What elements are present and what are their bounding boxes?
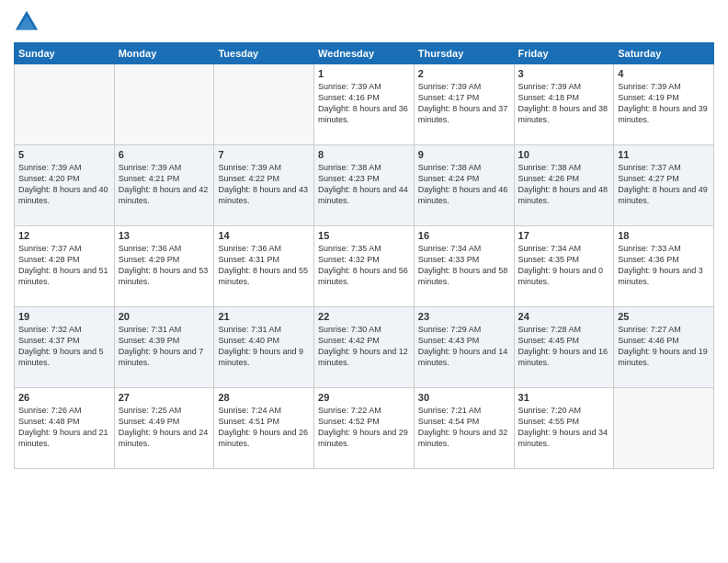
- day-info: Sunrise: 7:38 AM Sunset: 4:26 PM Dayligh…: [518, 162, 610, 207]
- weekday-header-saturday: Saturday: [614, 43, 714, 64]
- day-number: 22: [318, 311, 410, 322]
- day-cell: 3Sunrise: 7:39 AM Sunset: 4:18 PM Daylig…: [514, 64, 614, 145]
- day-cell: 9Sunrise: 7:38 AM Sunset: 4:24 PM Daylig…: [414, 145, 514, 226]
- day-number: 16: [418, 230, 510, 241]
- logo: [14, 9, 41, 35]
- day-info: Sunrise: 7:37 AM Sunset: 4:28 PM Dayligh…: [18, 243, 110, 288]
- day-info: Sunrise: 7:36 AM Sunset: 4:31 PM Dayligh…: [218, 243, 310, 288]
- day-number: 27: [119, 392, 210, 403]
- day-number: 10: [518, 149, 610, 160]
- day-info: Sunrise: 7:36 AM Sunset: 4:29 PM Dayligh…: [119, 243, 210, 288]
- day-number: 29: [318, 392, 410, 403]
- day-info: Sunrise: 7:34 AM Sunset: 4:35 PM Dayligh…: [518, 243, 610, 288]
- day-cell: 18Sunrise: 7:33 AM Sunset: 4:36 PM Dayli…: [614, 226, 714, 307]
- day-cell: 30Sunrise: 7:21 AM Sunset: 4:54 PM Dayli…: [414, 388, 514, 469]
- day-cell: 23Sunrise: 7:29 AM Sunset: 4:43 PM Dayli…: [414, 307, 514, 388]
- day-cell: [614, 388, 714, 469]
- day-info: Sunrise: 7:39 AM Sunset: 4:20 PM Dayligh…: [18, 162, 110, 207]
- week-row-4: 19Sunrise: 7:32 AM Sunset: 4:37 PM Dayli…: [15, 307, 714, 388]
- day-info: Sunrise: 7:31 AM Sunset: 4:40 PM Dayligh…: [218, 324, 310, 369]
- day-number: 11: [618, 149, 710, 160]
- day-cell: [214, 64, 314, 145]
- day-number: 23: [418, 311, 510, 322]
- day-cell: [114, 64, 214, 145]
- day-number: 19: [18, 311, 110, 322]
- day-number: 25: [618, 311, 710, 322]
- logo-icon: [14, 9, 40, 35]
- day-cell: 22Sunrise: 7:30 AM Sunset: 4:42 PM Dayli…: [314, 307, 415, 388]
- day-cell: 29Sunrise: 7:22 AM Sunset: 4:52 PM Dayli…: [314, 388, 415, 469]
- day-number: 12: [18, 230, 110, 241]
- day-cell: 15Sunrise: 7:35 AM Sunset: 4:32 PM Dayli…: [314, 226, 415, 307]
- day-info: Sunrise: 7:22 AM Sunset: 4:52 PM Dayligh…: [318, 405, 410, 450]
- day-info: Sunrise: 7:39 AM Sunset: 4:18 PM Dayligh…: [518, 81, 610, 126]
- day-number: 24: [518, 311, 610, 322]
- week-row-5: 26Sunrise: 7:26 AM Sunset: 4:48 PM Dayli…: [15, 388, 714, 469]
- day-info: Sunrise: 7:39 AM Sunset: 4:17 PM Dayligh…: [418, 81, 510, 126]
- day-number: 28: [218, 392, 310, 403]
- day-info: Sunrise: 7:39 AM Sunset: 4:21 PM Dayligh…: [119, 162, 210, 207]
- day-number: 8: [318, 149, 410, 160]
- day-info: Sunrise: 7:25 AM Sunset: 4:49 PM Dayligh…: [119, 405, 210, 450]
- day-info: Sunrise: 7:31 AM Sunset: 4:39 PM Dayligh…: [119, 324, 210, 369]
- week-row-2: 5Sunrise: 7:39 AM Sunset: 4:20 PM Daylig…: [15, 145, 714, 226]
- day-number: 1: [318, 68, 410, 79]
- day-info: Sunrise: 7:30 AM Sunset: 4:42 PM Dayligh…: [318, 324, 410, 369]
- day-number: 17: [518, 230, 610, 241]
- day-number: 4: [618, 68, 710, 79]
- day-info: Sunrise: 7:20 AM Sunset: 4:55 PM Dayligh…: [518, 405, 610, 450]
- day-info: Sunrise: 7:35 AM Sunset: 4:32 PM Dayligh…: [318, 243, 410, 288]
- day-number: 15: [318, 230, 410, 241]
- week-row-3: 12Sunrise: 7:37 AM Sunset: 4:28 PM Dayli…: [15, 226, 714, 307]
- day-number: 3: [518, 68, 610, 79]
- weekday-header-wednesday: Wednesday: [314, 43, 415, 64]
- day-info: Sunrise: 7:29 AM Sunset: 4:43 PM Dayligh…: [418, 324, 510, 369]
- day-cell: 7Sunrise: 7:39 AM Sunset: 4:22 PM Daylig…: [214, 145, 314, 226]
- day-cell: 25Sunrise: 7:27 AM Sunset: 4:46 PM Dayli…: [614, 307, 714, 388]
- header: [14, 9, 714, 35]
- day-cell: 2Sunrise: 7:39 AM Sunset: 4:17 PM Daylig…: [414, 64, 514, 145]
- day-cell: 26Sunrise: 7:26 AM Sunset: 4:48 PM Dayli…: [15, 388, 115, 469]
- day-info: Sunrise: 7:39 AM Sunset: 4:22 PM Dayligh…: [218, 162, 310, 207]
- day-info: Sunrise: 7:39 AM Sunset: 4:19 PM Dayligh…: [618, 81, 710, 126]
- day-info: Sunrise: 7:27 AM Sunset: 4:46 PM Dayligh…: [618, 324, 710, 369]
- weekday-header-thursday: Thursday: [414, 43, 514, 64]
- weekday-header-monday: Monday: [114, 43, 214, 64]
- day-cell: 10Sunrise: 7:38 AM Sunset: 4:26 PM Dayli…: [514, 145, 614, 226]
- day-info: Sunrise: 7:38 AM Sunset: 4:24 PM Dayligh…: [418, 162, 510, 207]
- day-cell: 17Sunrise: 7:34 AM Sunset: 4:35 PM Dayli…: [514, 226, 614, 307]
- header-row: SundayMondayTuesdayWednesdayThursdayFrid…: [15, 43, 714, 64]
- day-number: 6: [119, 149, 210, 160]
- week-row-1: 1Sunrise: 7:39 AM Sunset: 4:16 PM Daylig…: [15, 64, 714, 145]
- day-cell: [15, 64, 115, 145]
- day-cell: 5Sunrise: 7:39 AM Sunset: 4:20 PM Daylig…: [15, 145, 115, 226]
- day-info: Sunrise: 7:28 AM Sunset: 4:45 PM Dayligh…: [518, 324, 610, 369]
- day-info: Sunrise: 7:32 AM Sunset: 4:37 PM Dayligh…: [18, 324, 110, 369]
- day-number: 9: [418, 149, 510, 160]
- weekday-header-friday: Friday: [514, 43, 614, 64]
- day-number: 5: [18, 149, 110, 160]
- day-number: 14: [218, 230, 310, 241]
- day-cell: 16Sunrise: 7:34 AM Sunset: 4:33 PM Dayli…: [414, 226, 514, 307]
- day-cell: 21Sunrise: 7:31 AM Sunset: 4:40 PM Dayli…: [214, 307, 314, 388]
- day-cell: 11Sunrise: 7:37 AM Sunset: 4:27 PM Dayli…: [614, 145, 714, 226]
- day-cell: 8Sunrise: 7:38 AM Sunset: 4:23 PM Daylig…: [314, 145, 415, 226]
- day-cell: 1Sunrise: 7:39 AM Sunset: 4:16 PM Daylig…: [314, 64, 415, 145]
- day-info: Sunrise: 7:39 AM Sunset: 4:16 PM Dayligh…: [318, 81, 410, 126]
- day-info: Sunrise: 7:34 AM Sunset: 4:33 PM Dayligh…: [418, 243, 510, 288]
- weekday-header-sunday: Sunday: [15, 43, 115, 64]
- day-number: 30: [418, 392, 510, 403]
- day-cell: 20Sunrise: 7:31 AM Sunset: 4:39 PM Dayli…: [114, 307, 214, 388]
- calendar-table: SundayMondayTuesdayWednesdayThursdayFrid…: [14, 42, 714, 469]
- day-info: Sunrise: 7:33 AM Sunset: 4:36 PM Dayligh…: [618, 243, 710, 288]
- day-cell: 28Sunrise: 7:24 AM Sunset: 4:51 PM Dayli…: [214, 388, 314, 469]
- day-number: 26: [18, 392, 110, 403]
- day-number: 2: [418, 68, 510, 79]
- day-info: Sunrise: 7:24 AM Sunset: 4:51 PM Dayligh…: [218, 405, 310, 450]
- day-number: 21: [218, 311, 310, 322]
- day-info: Sunrise: 7:38 AM Sunset: 4:23 PM Dayligh…: [318, 162, 410, 207]
- day-cell: 27Sunrise: 7:25 AM Sunset: 4:49 PM Dayli…: [114, 388, 214, 469]
- day-number: 31: [518, 392, 610, 403]
- weekday-header-tuesday: Tuesday: [214, 43, 314, 64]
- day-info: Sunrise: 7:21 AM Sunset: 4:54 PM Dayligh…: [418, 405, 510, 450]
